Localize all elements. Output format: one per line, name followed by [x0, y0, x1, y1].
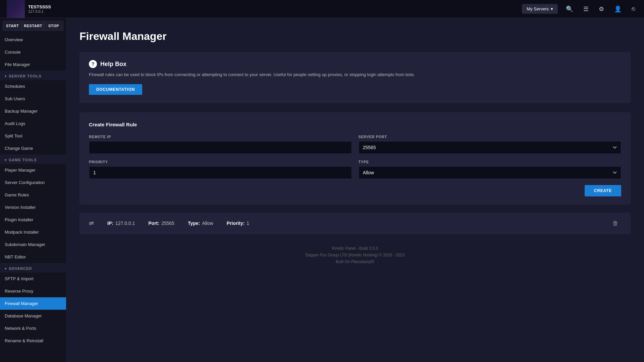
sidebar-item-label: Schedules — [5, 84, 25, 89]
start-button[interactable]: START — [3, 21, 22, 31]
help-box-description: Firewall rules can be used to block IPs … — [89, 71, 621, 78]
server-info: TESTSSSS 127.0.0.1 — [28, 4, 51, 13]
documentation-button[interactable]: DOCUMENTATION — [89, 84, 142, 95]
rule-ip-value: 127.0.0.1 — [115, 221, 135, 226]
rule-priority-value: 1 — [247, 221, 249, 226]
chevron-icon: ▾ — [5, 74, 7, 78]
server-info-area: TESTSSSS 127.0.0.1 — [7, 0, 51, 18]
type-label: TYPE — [359, 160, 622, 164]
footer: Kinetic Panel - Build 3.5.0 Dapper Fox G… — [79, 238, 631, 272]
server-ip: 127.0.0.1 — [28, 9, 51, 13]
server-actions: START RESTART STOP — [0, 18, 66, 34]
sidebar-item-firewall-manager[interactable]: Firewall Manager — [0, 297, 66, 310]
gear-icon[interactable]: ⚙ — [597, 3, 606, 15]
menu-icon[interactable]: ☰ — [581, 3, 591, 15]
help-box-title-text: Help Box — [100, 61, 126, 68]
sidebar-item-database-manager[interactable]: Database Manager — [0, 310, 66, 322]
help-icon: ? — [89, 60, 97, 68]
sidebar-item-label: Sub Users — [5, 96, 25, 101]
priority-group: PRIORITY — [89, 160, 352, 179]
sidebar-item-server-configuration[interactable]: Server Configuration — [0, 176, 66, 189]
sidebar-item-label: Split Tool — [5, 133, 22, 138]
sidebar-item-game-rules[interactable]: Game Rules — [0, 189, 66, 201]
sidebar-item-network-ports[interactable]: Network & Ports — [0, 322, 66, 335]
rule-port-value: 25565 — [161, 221, 174, 226]
create-rule-title: Create Firewall Rule — [89, 122, 621, 127]
user-icon[interactable]: 👤 — [612, 3, 624, 15]
sidebar-item-version-installer[interactable]: Version Installer — [0, 201, 66, 214]
sidebar-item-overview[interactable]: Overview — [0, 34, 66, 46]
sidebar-item-reverse-proxy[interactable]: Reverse Proxy — [0, 285, 66, 297]
remote-ip-label: REMOTE IP — [89, 135, 352, 139]
sidebar-item-nbt-editor[interactable]: NBT Editor — [0, 251, 66, 263]
main-content: Firewall Manager ? Help Box Firewall rul… — [66, 18, 644, 362]
sidebar-section-server-tools: ▾ SERVER TOOLS — [0, 71, 66, 80]
sidebar-item-label: Game Rules — [5, 192, 29, 197]
search-icon[interactable]: 🔍 — [564, 3, 575, 15]
rule-type-label: Type: — [188, 221, 200, 226]
rule-priority-field: Priority: 1 — [227, 221, 249, 226]
sidebar-item-label: Version Installer — [5, 205, 36, 210]
sidebar-item-rename-reinstall[interactable]: Rename & Reinstall — [0, 335, 66, 347]
rule-network-icon: ⇌ — [89, 220, 94, 227]
type-select[interactable]: Allow Deny — [359, 166, 622, 179]
create-button[interactable]: CREATE — [585, 185, 621, 196]
footer-line1: Kinetic Panel - Build 3.5.0 — [86, 245, 624, 252]
sidebar-item-label: NBT Editor — [5, 254, 26, 259]
sidebar-item-label: Rename & Reinstall — [5, 338, 43, 343]
sidebar-item-sub-users[interactable]: Sub Users — [0, 93, 66, 105]
sidebar-item-plugin-installer[interactable]: Plugin Installer — [0, 214, 66, 226]
type-group: TYPE Allow Deny — [359, 160, 622, 179]
sidebar-item-file-manager[interactable]: File Manager — [0, 58, 66, 71]
footer-line2: Dapper Fox Group LTD (Kinetic Hosting) ©… — [86, 252, 624, 258]
sidebar-item-label: Database Manager — [5, 313, 42, 318]
sidebar-item-audit-logs[interactable]: Audit Logs — [0, 117, 66, 130]
sidebar-item-split-tool[interactable]: Split Tool — [0, 130, 66, 142]
sidebar-item-label: Plugin Installer — [5, 217, 33, 222]
server-thumbnail — [7, 0, 25, 18]
sidebar-item-label: Network & Ports — [5, 326, 36, 331]
priority-input[interactable] — [89, 166, 352, 179]
rule-port-field: Port: 25565 — [148, 221, 174, 226]
restart-button[interactable]: RESTART — [22, 21, 44, 31]
sidebar-section-advanced: ▾ ADVANCED — [0, 263, 66, 273]
rule-priority-label: Priority: — [227, 221, 245, 226]
remote-ip-group: REMOTE IP — [89, 135, 352, 154]
server-port-label: SERVER PORT — [359, 135, 622, 139]
sidebar-item-label: Subdomain Manager — [5, 242, 45, 247]
my-servers-label: My Servers — [527, 6, 549, 11]
create-btn-row: CREATE — [89, 185, 621, 196]
form-row-1: REMOTE IP SERVER PORT 25565 25566 25567 — [89, 135, 621, 154]
server-name: TESTSSSS — [28, 4, 51, 9]
stop-button[interactable]: STOP — [44, 21, 63, 31]
sidebar-section-label: ADVANCED — [9, 266, 32, 270]
topnav: TESTSSSS 127.0.0.1 My Servers ▾ 🔍 ☰ ⚙ 👤 … — [0, 0, 644, 18]
sidebar-item-change-game[interactable]: Change Game — [0, 142, 66, 155]
sidebar-item-label: SFTP & Import — [5, 276, 34, 281]
sidebar-item-label: Server Configuration — [5, 180, 45, 185]
server-port-select[interactable]: 25565 25566 25567 — [359, 141, 622, 154]
logout-icon[interactable]: ⎋ — [630, 3, 637, 14]
sidebar-item-label: Player Manager — [5, 168, 36, 173]
chevron-icon: ▾ — [5, 267, 7, 270]
sidebar-item-label: Firewall Manager — [5, 301, 38, 306]
rule-port-label: Port: — [148, 221, 159, 226]
my-servers-button[interactable]: My Servers ▾ — [522, 4, 558, 14]
layout: START RESTART STOP Overview Console File… — [0, 18, 644, 362]
sidebar-item-label: Console — [5, 50, 21, 55]
rule-type-value: Allow — [202, 221, 213, 226]
sidebar-item-subdomain-manager[interactable]: Subdomain Manager — [0, 238, 66, 251]
sidebar-item-sftp-import[interactable]: SFTP & Import — [0, 273, 66, 285]
chevron-down-icon: ▾ — [551, 6, 553, 11]
sidebar-item-label: Backup Manager — [5, 109, 38, 114]
sidebar-item-console[interactable]: Console — [0, 46, 66, 58]
sidebar-item-label: Modpack Installer — [5, 230, 39, 235]
delete-rule-button[interactable]: 🗑 — [610, 219, 621, 228]
sidebar-item-schedules[interactable]: Schedules — [0, 80, 66, 93]
sidebar-section-label: GAME TOOLS — [9, 158, 37, 162]
sidebar-item-backup-manager[interactable]: Backup Manager — [0, 105, 66, 117]
sidebar-item-modpack-installer[interactable]: Modpack Installer — [0, 226, 66, 238]
sidebar-item-player-manager[interactable]: Player Manager — [0, 164, 66, 176]
remote-ip-input[interactable] — [89, 141, 352, 154]
rule-ip-field: IP: 127.0.0.1 — [107, 221, 135, 226]
